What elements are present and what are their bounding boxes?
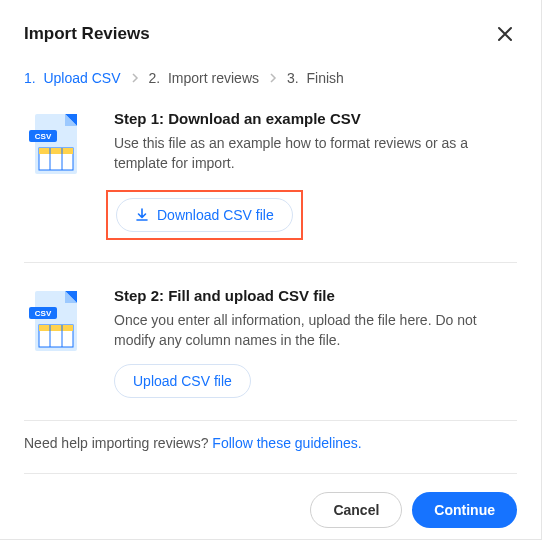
step-2-block: CSV Step 2: Fill and upload CSV file Onc… — [24, 263, 517, 422]
csv-file-icon: CSV — [24, 287, 92, 399]
breadcrumb-step-3: 3. Finish — [287, 70, 344, 86]
continue-button[interactable]: Continue — [412, 492, 517, 528]
breadcrumb-step-1[interactable]: 1. Upload CSV — [24, 70, 121, 86]
svg-text:CSV: CSV — [35, 309, 52, 318]
modal-footer: Cancel Continue — [24, 474, 517, 528]
breadcrumb-step-2: 2. Import reviews — [149, 70, 260, 86]
download-icon — [135, 208, 149, 222]
csv-file-icon: CSV — [24, 110, 92, 240]
download-csv-button[interactable]: Download CSV file — [116, 198, 293, 232]
import-reviews-modal: Import Reviews 1. Upload CSV 2. Import r… — [0, 0, 542, 540]
download-csv-label: Download CSV file — [157, 207, 274, 223]
chevron-right-icon — [131, 73, 139, 83]
step-2-title: Step 2: Fill and upload CSV file — [114, 287, 517, 304]
cancel-button[interactable]: Cancel — [310, 492, 402, 528]
svg-text:CSV: CSV — [35, 132, 52, 141]
step-1-title: Step 1: Download an example CSV — [114, 110, 517, 127]
svg-rect-4 — [39, 148, 73, 154]
breadcrumb: 1. Upload CSV 2. Import reviews 3. Finis… — [24, 70, 517, 86]
help-text: Need help importing reviews? — [24, 435, 212, 451]
chevron-right-icon — [269, 73, 277, 83]
step-1-desc: Use this file as an example how to forma… — [114, 133, 517, 174]
step-2-desc: Once you enter all information, upload t… — [114, 310, 517, 351]
modal-title: Import Reviews — [24, 24, 150, 44]
guidelines-link[interactable]: Follow these guidelines. — [212, 435, 361, 451]
upload-csv-button[interactable]: Upload CSV file — [114, 364, 251, 398]
close-icon[interactable] — [493, 22, 517, 46]
help-row: Need help importing reviews? Follow thes… — [24, 435, 517, 474]
modal-header: Import Reviews — [24, 22, 517, 46]
highlight-box: Download CSV file — [106, 190, 303, 240]
svg-rect-11 — [39, 325, 73, 331]
step-1-block: CSV Step 1: Download an example CSV Use … — [24, 86, 517, 263]
upload-csv-label: Upload CSV file — [133, 373, 232, 389]
